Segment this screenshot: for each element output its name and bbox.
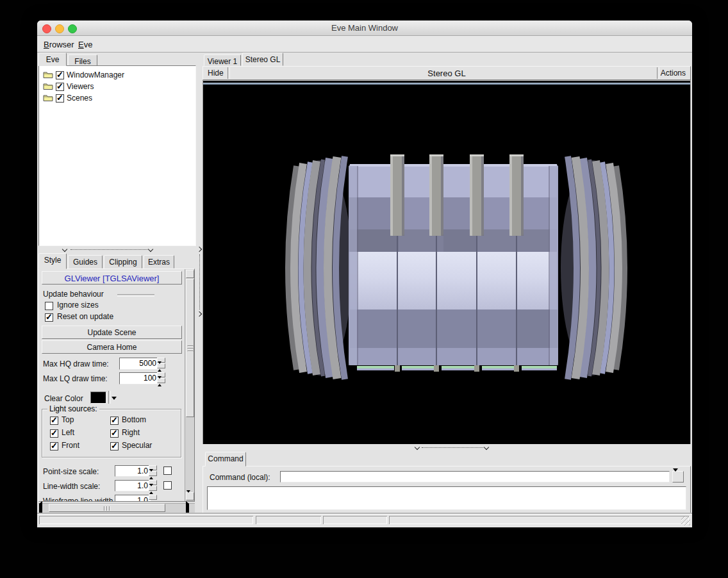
- light-bottom-label: Bottom: [122, 415, 146, 424]
- tab-viewer-1[interactable]: Viewer 1: [204, 54, 241, 66]
- tree-item-label[interactable]: Scenes: [67, 94, 92, 103]
- line-width-input[interactable]: 1.0: [115, 480, 151, 491]
- spin-down-icon[interactable]: [157, 378, 165, 383]
- max-hq-stepper[interactable]: [157, 358, 165, 369]
- light-bottom-checkbox[interactable]: [110, 417, 119, 425]
- light-left-label: Left: [62, 428, 74, 437]
- wireframe-label: Wireframe line-width: [43, 497, 113, 502]
- gl-scene[interactable]: [203, 85, 690, 442]
- tab-stereo-gl[interactable]: Stereo GL: [242, 53, 283, 66]
- endcap-right: [561, 156, 625, 379]
- titlebar[interactable]: Eve Main Window: [37, 21, 692, 36]
- glviewer-link-button[interactable]: GLViewer [TGLSAViewer]: [42, 271, 182, 285]
- menu-browser[interactable]: Browser: [40, 38, 78, 51]
- style-vscrollbar[interactable]: [185, 269, 195, 501]
- tree-splitter[interactable]: [38, 246, 196, 253]
- resize-grip[interactable]: [681, 516, 690, 525]
- tree-checkbox[interactable]: [56, 71, 64, 79]
- tree-row-viewers[interactable]: Viewers: [39, 81, 195, 92]
- wireframe-input[interactable]: 1.0: [115, 495, 151, 502]
- update-scene-button[interactable]: Update Scene: [42, 326, 182, 339]
- actions-button[interactable]: Actions: [661, 69, 686, 78]
- light-right-checkbox[interactable]: [110, 429, 119, 438]
- menu-eve[interactable]: Eve: [74, 38, 96, 51]
- max-lq-input[interactable]: 100: [119, 372, 160, 384]
- tab-eve[interactable]: Eve: [38, 53, 67, 66]
- max-lq-stepper[interactable]: [157, 372, 165, 384]
- status-bar: [37, 514, 692, 527]
- wireframe-stepper[interactable]: [149, 495, 157, 502]
- tree-checkbox[interactable]: [56, 83, 64, 91]
- tree-item-label[interactable]: WindowManager: [67, 70, 124, 79]
- max-hq-input[interactable]: 5000: [119, 358, 160, 370]
- line-width-checkbox[interactable]: [163, 481, 172, 490]
- chevron-down-icon: [484, 445, 489, 450]
- light-specular-checkbox[interactable]: [110, 442, 119, 450]
- thumb-grip: [187, 345, 193, 353]
- viewport-top-line: [203, 80, 690, 81]
- tab-style[interactable]: Style: [38, 253, 67, 269]
- spin-down-icon[interactable]: [149, 471, 157, 476]
- color-dropdown-icon[interactable]: [112, 397, 117, 400]
- viewer-title: Stereo GL: [203, 69, 690, 78]
- scroll-right-icon[interactable]: [186, 504, 194, 512]
- command-label: Command (local):: [210, 473, 270, 482]
- barrel: [349, 164, 558, 365]
- line-width-stepper[interactable]: [149, 480, 157, 491]
- command-input[interactable]: [280, 471, 670, 483]
- command-panel: Command (local):: [203, 466, 691, 513]
- style-hscrollbar[interactable]: [38, 503, 195, 513]
- light-right-label: Right: [122, 428, 140, 437]
- vscrollbar-thumb[interactable]: [186, 279, 194, 417]
- point-size-input[interactable]: 1.0: [115, 465, 151, 477]
- camera-home-button[interactable]: Camera Home: [42, 340, 182, 354]
- tab-command[interactable]: Command: [205, 452, 246, 467]
- tab-clipping[interactable]: Clipping: [104, 255, 142, 268]
- chevron-right-icon: [197, 311, 202, 317]
- menu-eve-rest: ve: [84, 40, 93, 49]
- divider: [117, 294, 154, 297]
- scroll-down-icon[interactable]: [186, 492, 194, 500]
- light-top-label: Top: [62, 415, 74, 424]
- divider: [108, 391, 111, 404]
- light-top-checkbox[interactable]: [50, 417, 58, 425]
- command-combobox[interactable]: [280, 471, 684, 484]
- chevron-down-icon: [62, 247, 67, 252]
- menu-browser-accel: B: [44, 40, 49, 49]
- tab-guides[interactable]: Guides: [68, 255, 103, 268]
- light-sources-title: Light sources:: [47, 404, 99, 413]
- tree-item-label[interactable]: Viewers: [67, 82, 94, 91]
- scroll-left-icon[interactable]: [39, 504, 47, 512]
- tab-extras[interactable]: Extras: [144, 255, 174, 268]
- tab-files[interactable]: Files: [68, 54, 97, 66]
- ignore-sizes-checkbox[interactable]: [45, 302, 53, 310]
- scroll-up-icon[interactable]: [186, 270, 194, 278]
- menu-eve-accel: E: [78, 40, 84, 49]
- point-size-checkbox[interactable]: [163, 467, 172, 475]
- combo-dropdown-button[interactable]: [672, 471, 684, 483]
- tree-row-scenes[interactable]: Scenes: [39, 92, 195, 104]
- folder-icon: [43, 70, 53, 79]
- clear-color-swatch[interactable]: [90, 392, 106, 404]
- main-splitter[interactable]: [196, 52, 203, 514]
- viewport-focus-strip: [203, 83, 690, 85]
- light-specular-label: Specular: [122, 441, 152, 450]
- chevron-down-icon: [415, 445, 420, 450]
- spin-down-icon[interactable]: [157, 363, 165, 368]
- gl-viewport[interactable]: [203, 80, 691, 444]
- line-width-label: Line-width scale:: [43, 482, 100, 491]
- viewer-splitter[interactable]: [203, 444, 691, 451]
- command-output[interactable]: [207, 486, 686, 510]
- tree-checkbox[interactable]: [56, 94, 64, 103]
- point-size-label: Point-size scale:: [43, 467, 99, 476]
- hscrollbar-thumb[interactable]: [49, 504, 165, 512]
- spin-up-icon[interactable]: [149, 495, 157, 500]
- reset-on-update-checkbox[interactable]: [45, 313, 53, 322]
- tree-row-windowmanager[interactable]: WindowManager: [39, 69, 195, 81]
- light-front-checkbox[interactable]: [50, 442, 58, 450]
- point-size-stepper[interactable]: [149, 465, 157, 477]
- screen: Eve Main Window Browser Eve Eve Files Wi…: [0, 0, 728, 578]
- light-left-checkbox[interactable]: [50, 429, 58, 438]
- folder-icon: [43, 94, 53, 102]
- spin-down-icon[interactable]: [149, 486, 157, 491]
